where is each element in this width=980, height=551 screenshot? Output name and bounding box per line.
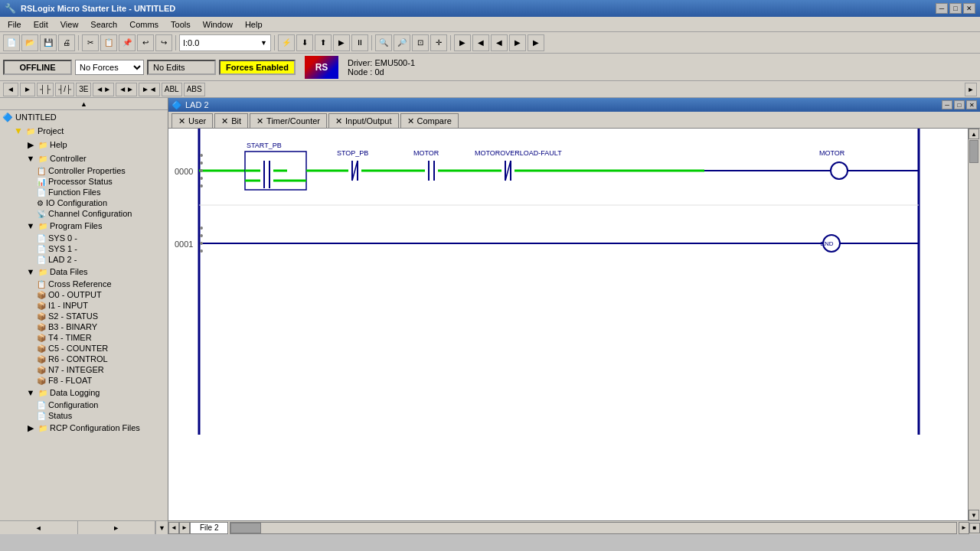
sidebar-item-o0[interactable]: 📦 O0 - OUTPUT [0,289,168,300]
lad-examine-off[interactable]: ┤/├ [55,83,74,96]
print-button[interactable]: 🖨 [58,34,75,51]
sidebar-item-s2[interactable]: 📦 S2 - STATUS [0,311,168,321]
sidebar-item-data-files[interactable]: ▼ 📁 Data Files [0,265,168,279]
vscroll-down-btn[interactable]: ▼ [969,510,979,520]
upload-button[interactable]: ⬆ [315,34,332,51]
sidebar-scroll-up[interactable]: ▲ [0,98,168,110]
nav-right-button[interactable]: ▶ [509,34,526,51]
sidebar-scroll-left[interactable]: ◄ [0,521,78,534]
sidebar-item-project[interactable]: ▼ 📁 Project [0,124,168,138]
sidebar-item-config[interactable]: 📄 Configuration [0,399,168,410]
sidebar-item-data-logging[interactable]: ▼ 📁 Data Logging [0,386,168,399]
sidebar-item-channel-config[interactable]: 📡 Channel Configuration [0,208,168,219]
sidebar-item-sys0[interactable]: 📄 SYS 0 - [0,233,168,243]
lad-btn-arrow-rl[interactable]: ◄► [116,83,137,96]
zoom-in-button[interactable]: 🔍 [375,34,392,51]
undo-button[interactable]: ↩ [137,34,154,51]
sidebar-item-program-files[interactable]: ▼ 📁 Program Files [0,219,168,233]
sidebar-item-b3[interactable]: 📦 B3 - BINARY [0,321,168,332]
menu-edit[interactable]: Edit [28,18,54,31]
lad-btn-abl[interactable]: ABL [162,83,182,96]
lad-btn-arrow-r[interactable]: ►◄ [139,83,160,96]
online-status[interactable]: OFFLINE [3,60,72,75]
tab-scroll-right[interactable]: ► [179,522,190,534]
file-tab-active[interactable]: File 2 [190,522,228,534]
new-button[interactable]: 📄 [3,34,20,51]
lad-maximize-btn[interactable]: □ [954,100,965,109]
tab-timer-counter[interactable]: ✕ Timer/Counter [250,113,327,128]
save-button[interactable]: 💾 [40,34,57,51]
tab-compare[interactable]: ✕ Compare [400,113,459,128]
forces-dropdown[interactable]: No Forces [75,60,144,75]
sidebar-item-n7[interactable]: 📦 N7 - INTEGER [0,364,168,375]
sidebar-item-untitled[interactable]: 🔷 UNTITLED [0,110,168,124]
tab-scroll-left[interactable]: ◄ [168,522,179,534]
sidebar-item-i1[interactable]: 📦 I1 - INPUT [0,300,168,311]
vscroll-up-btn[interactable]: ▲ [969,129,979,139]
nav-left2-button[interactable]: ◀ [491,34,508,51]
sidebar-item-cross-ref[interactable]: 📋 Cross Reference [0,279,168,289]
paste-button[interactable]: 📌 [119,34,136,51]
sidebar-item-sys1[interactable]: 📄 SYS 1 - [0,243,168,254]
menu-file[interactable]: File [2,18,28,31]
tab-user[interactable]: ✕ User [172,113,213,128]
lad-nav-prev[interactable]: ◄ [3,83,18,96]
lad-nav-next[interactable]: ► [20,83,35,96]
sidebar-item-status[interactable]: 📄 Status [0,410,168,421]
play-button[interactable]: ▶ [454,34,471,51]
open-button[interactable]: 📂 [21,34,38,51]
tab-bit[interactable]: ✕ Bit [214,113,248,128]
redo-button[interactable]: ↪ [155,34,172,51]
sidebar-item-f8[interactable]: 📦 F8 - FLOAT [0,375,168,386]
lad-btn-3e[interactable]: 3E [76,83,91,96]
sidebar-item-t4[interactable]: 📦 T4 - TIMER [0,332,168,343]
menu-view[interactable]: View [54,18,85,31]
tab-input-output[interactable]: ✕ Input/Output [328,113,399,128]
lad-close-btn[interactable]: ✕ [966,100,977,109]
menu-window[interactable]: Window [197,18,239,31]
lad-minimize-btn[interactable]: ─ [942,100,952,109]
zoom-out-button[interactable]: 🔎 [394,34,410,51]
nav-left-button[interactable]: ◀ [472,34,489,51]
fit-button[interactable]: ⊡ [412,34,429,51]
run-button[interactable]: ▶ [333,34,350,51]
sidebar-item-help[interactable]: ▶ 📁 Help [0,138,168,152]
sidebar-item-lad2[interactable]: 📄 LAD 2 - [0,254,168,265]
menu-tools[interactable]: Tools [165,18,197,31]
address-dropdown[interactable]: I:0.0 ▼ [179,34,271,51]
hscroll-right-btn[interactable]: ► [959,522,969,534]
download-button[interactable]: ⬇ [296,34,313,51]
menu-search[interactable]: Search [84,18,123,31]
copy-button[interactable]: 📋 [100,34,117,51]
sidebar-item-r6[interactable]: 📦 R6 - CONTROL [0,354,168,364]
crosshair-button[interactable]: ✛ [430,34,447,51]
cut-button[interactable]: ✂ [82,34,99,51]
hscroll-corner[interactable]: ■ [969,523,980,533]
sidebar-item-c5[interactable]: 📦 C5 - COUNTER [0,343,168,354]
sidebar-item-processor-status[interactable]: 📊 Processor Status [0,176,168,187]
lad-examine-on[interactable]: ┤├ [37,83,54,96]
sidebar-item-controller-props[interactable]: 📋 Controller Properties [0,165,168,176]
hscroll-thumb[interactable] [230,523,261,533]
sidebar-item-io-config[interactable]: ⚙ IO Configuration [0,197,168,208]
lad-canvas[interactable]: 0000 [168,129,968,520]
minimize-button[interactable]: ─ [936,3,948,14]
close-button[interactable]: ✕ [963,3,975,14]
sidebar-item-function-files[interactable]: 📄 Function Files [0,187,168,197]
vscroll-thumb[interactable] [969,140,978,163]
nav-right2-button[interactable]: ▶ [528,34,544,51]
sidebar-scroll-down[interactable]: ▼ [155,521,168,534]
lad-btn-abs[interactable]: ABS [184,83,205,96]
menu-help[interactable]: Help [239,18,269,31]
sidebar-item-rcp[interactable]: ▶ 📁 RCP Configuration Files [0,421,168,435]
sidebar-item-controller[interactable]: ▼ 📁 Controller [0,152,168,165]
lad-btn-arrow-lr[interactable]: ◄► [93,83,114,96]
maximize-button[interactable]: □ [949,3,962,14]
toolbar-expand-btn[interactable]: ► [965,83,977,96]
title-bar-controls[interactable]: ─ □ ✕ [936,3,975,14]
pause-button[interactable]: ⏸ [351,34,368,51]
lad-vscroll[interactable]: ▲ ▼ [968,129,980,520]
sidebar-scroll-right[interactable]: ► [78,521,156,534]
menu-comms[interactable]: Comms [123,18,165,31]
go-online-button[interactable]: ⚡ [278,34,295,51]
